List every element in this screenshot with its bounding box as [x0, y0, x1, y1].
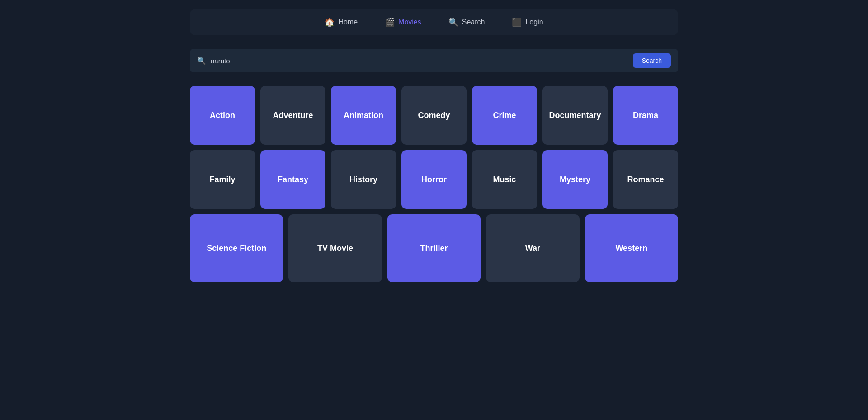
genre-tile-family[interactable]: Family [190, 150, 255, 209]
genre-tile-romance[interactable]: Romance [613, 150, 678, 209]
genre-tile-documentary[interactable]: Documentary [542, 86, 608, 145]
search-bar: 🔍 Search [190, 49, 678, 72]
genre-tile-horror[interactable]: Horror [401, 150, 467, 209]
nav-movies[interactable]: 🎬 Movies [385, 17, 421, 27]
genre-row-3: Science FictionTV MovieThrillerWarWester… [190, 214, 678, 282]
search-input[interactable] [211, 57, 628, 65]
movies-icon: 🎬 [385, 17, 395, 27]
nav-login-label: Login [525, 18, 543, 26]
nav-login[interactable]: ⬛ Login [512, 17, 543, 27]
genre-row-1: ActionAdventureAnimationComedyCrimeDocum… [190, 86, 678, 145]
genre-tile-comedy[interactable]: Comedy [401, 86, 467, 145]
nav-home[interactable]: 🏠 Home [325, 17, 358, 27]
search-button[interactable]: Search [633, 53, 671, 68]
genre-tile-fantasy[interactable]: Fantasy [260, 150, 326, 209]
login-icon: ⬛ [512, 17, 522, 27]
home-icon: 🏠 [325, 17, 335, 27]
genre-tile-animation[interactable]: Animation [331, 86, 396, 145]
genre-tile-crime[interactable]: Crime [472, 86, 537, 145]
nav-home-label: Home [338, 18, 358, 26]
navbar: 🏠 Home 🎬 Movies 🔍 Search ⬛ Login [190, 9, 678, 35]
genre-grid: ActionAdventureAnimationComedyCrimeDocum… [190, 86, 678, 288]
genre-tile-drama[interactable]: Drama [613, 86, 678, 145]
genre-tile-thriller[interactable]: Thriller [387, 214, 481, 282]
genre-tile-history[interactable]: History [331, 150, 396, 209]
genre-tile-mystery[interactable]: Mystery [542, 150, 608, 209]
nav-search[interactable]: 🔍 Search [448, 17, 485, 27]
genre-tile-tv-movie[interactable]: TV Movie [288, 214, 382, 282]
genre-tile-adventure[interactable]: Adventure [260, 86, 326, 145]
genre-tile-music[interactable]: Music [472, 150, 537, 209]
nav-movies-label: Movies [398, 18, 421, 26]
genre-tile-war[interactable]: War [486, 214, 579, 282]
genre-tile-science-fiction[interactable]: Science Fiction [190, 214, 283, 282]
genre-tile-action[interactable]: Action [190, 86, 255, 145]
nav-search-label: Search [462, 18, 485, 26]
search-bar-icon: 🔍 [197, 57, 206, 65]
search-nav-icon: 🔍 [448, 17, 458, 27]
genre-row-2: FamilyFantasyHistoryHorrorMusicMysteryRo… [190, 150, 678, 209]
genre-tile-western[interactable]: Western [585, 214, 678, 282]
